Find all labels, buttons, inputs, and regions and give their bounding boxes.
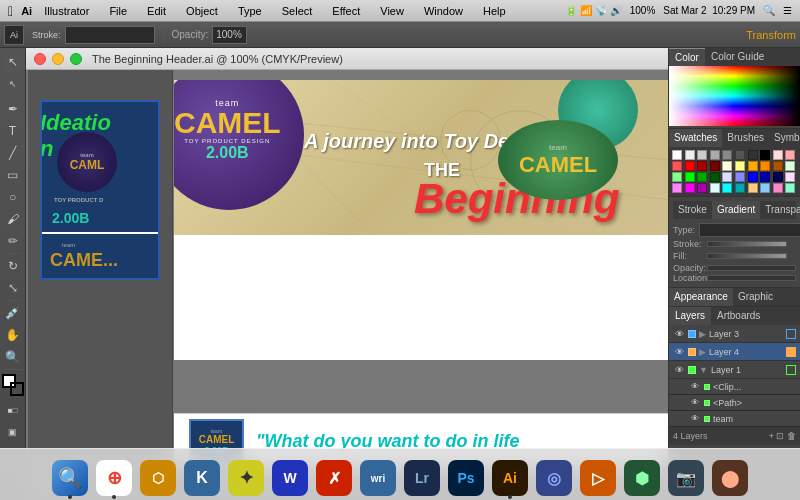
swatch-item[interactable] xyxy=(722,161,732,171)
opacity-input[interactable] xyxy=(212,26,247,44)
swatch-item[interactable] xyxy=(685,150,695,160)
dock-item-5[interactable]: ✦ xyxy=(226,456,266,496)
tab-color[interactable]: Color xyxy=(669,48,705,66)
menu-file[interactable]: File xyxy=(105,3,131,19)
tab-layers[interactable]: Layers xyxy=(669,307,711,325)
eyedropper-tool[interactable]: 💉 xyxy=(3,303,23,323)
notification-icon[interactable]: ☰ xyxy=(783,5,792,16)
layer-1-expand[interactable]: ▼ xyxy=(699,365,708,375)
swatch-item[interactable] xyxy=(735,183,745,193)
swatch-item[interactable] xyxy=(785,183,795,193)
zoom-tool[interactable]: 🔍 xyxy=(3,347,23,367)
swatch-item[interactable] xyxy=(722,172,732,182)
dock-item-14[interactable]: ⬢ xyxy=(622,456,662,496)
layer-3-eye[interactable]: 👁 xyxy=(673,328,685,340)
layer-4-eye[interactable]: 👁 xyxy=(673,346,685,358)
swatch-item[interactable] xyxy=(773,150,783,160)
swatch-item[interactable] xyxy=(760,183,770,193)
type-tool[interactable]: T xyxy=(3,121,23,141)
apple-menu[interactable]:  xyxy=(8,3,13,19)
minimize-button[interactable] xyxy=(52,53,64,65)
tool-selector-btn[interactable]: Ai xyxy=(4,25,24,45)
swatch-item[interactable] xyxy=(697,183,707,193)
swatch-item[interactable] xyxy=(735,172,745,182)
select-tool[interactable]: ↖ xyxy=(3,52,23,72)
swatch-item[interactable] xyxy=(735,150,745,160)
sublayer-clip-eye[interactable]: 👁 xyxy=(689,381,701,393)
dock-chrome[interactable]: ⊕ xyxy=(94,456,134,496)
type-input[interactable] xyxy=(699,223,800,237)
layer-1-eye[interactable]: 👁 xyxy=(673,364,685,376)
dock-item-12[interactable]: ◎ xyxy=(534,456,574,496)
tab-stroke[interactable]: Stroke xyxy=(673,201,712,219)
menu-type[interactable]: Type xyxy=(234,3,266,19)
swatch-item[interactable] xyxy=(760,161,770,171)
tab-brushes[interactable]: Brushes xyxy=(722,129,769,147)
dock-item-15[interactable]: 📷 xyxy=(666,456,706,496)
menu-select[interactable]: Select xyxy=(278,3,317,19)
dock-kindle[interactable]: K xyxy=(182,456,222,496)
swatch-item[interactable] xyxy=(760,172,770,182)
close-button[interactable] xyxy=(34,53,46,65)
tab-graphic-styles[interactable]: Graphic Styles xyxy=(733,288,800,306)
sublayer-path[interactable]: 👁 <Path> xyxy=(669,395,800,411)
menu-edit[interactable]: Edit xyxy=(143,3,170,19)
sublayer-team-eye[interactable]: 👁 xyxy=(689,413,701,425)
swatch-item[interactable] xyxy=(748,161,758,171)
maximize-button[interactable] xyxy=(70,53,82,65)
swatch-item[interactable] xyxy=(672,183,682,193)
tab-gradient[interactable]: Gradient xyxy=(712,201,760,219)
fill-bar[interactable] xyxy=(707,253,787,259)
swatch-item[interactable] xyxy=(735,161,745,171)
location-slider[interactable] xyxy=(707,275,796,281)
layer-row-3[interactable]: 👁 ▶ Layer 3 xyxy=(669,325,800,343)
swatch-item[interactable] xyxy=(773,172,783,182)
swatch-item[interactable] xyxy=(748,150,758,160)
sublayer-path-eye[interactable]: 👁 xyxy=(689,397,701,409)
screen-mode-icon[interactable]: ▣ xyxy=(3,422,23,442)
swatch-item[interactable] xyxy=(722,150,732,160)
tab-color-guide[interactable]: Color Guide xyxy=(705,48,770,66)
tab-artboards[interactable]: Artboards xyxy=(711,307,766,325)
swatch-item[interactable] xyxy=(773,183,783,193)
layer-row-4[interactable]: 👁 ▶ Layer 4 xyxy=(669,343,800,361)
swatch-item[interactable] xyxy=(685,183,695,193)
tab-appearance[interactable]: Appearance xyxy=(669,288,733,306)
swatch-item[interactable] xyxy=(785,150,795,160)
color-mode-icon[interactable]: ■□ xyxy=(3,400,23,420)
dock-item-3[interactable]: ⬡ xyxy=(138,456,178,496)
hand-tool[interactable]: ✋ xyxy=(3,325,23,345)
canvas-area[interactable]: The Beginning Header.ai @ 100% (CMYK/Pre… xyxy=(26,48,668,500)
menu-window[interactable]: Window xyxy=(420,3,467,19)
sublayer-clip[interactable]: 👁 <Clip... xyxy=(669,379,800,395)
dock-photoshop[interactable]: Ps xyxy=(446,456,486,496)
menu-effect[interactable]: Effect xyxy=(328,3,364,19)
menu-object[interactable]: Object xyxy=(182,3,222,19)
swatch-item[interactable] xyxy=(748,172,758,182)
swatch-item[interactable] xyxy=(760,150,770,160)
swatch-item[interactable] xyxy=(710,172,720,182)
transform-btn[interactable]: Transform xyxy=(746,29,796,41)
dock-finder[interactable]: 🔍 xyxy=(50,456,90,496)
tab-swatches[interactable]: Swatches xyxy=(669,129,722,147)
tab-symbols[interactable]: Symbols xyxy=(769,129,800,147)
swatch-item[interactable] xyxy=(785,172,795,182)
layer-4-expand[interactable]: ▶ xyxy=(699,347,706,357)
fill-stroke-selector[interactable] xyxy=(2,374,24,396)
stroke-field[interactable] xyxy=(65,26,155,44)
opacity-slider[interactable] xyxy=(707,265,796,271)
swatch-item[interactable] xyxy=(773,161,783,171)
rect-tool[interactable]: ▭ xyxy=(3,165,23,185)
dock-lightroom[interactable]: Lr xyxy=(402,456,442,496)
layer-3-expand[interactable]: ▶ xyxy=(699,329,706,339)
color-spectrum[interactable] xyxy=(669,66,800,126)
canvas-content[interactable]: Ideation team CAML TOY PRODUCT D 2.00B t… xyxy=(26,70,668,468)
swatch-item[interactable] xyxy=(672,172,682,182)
layer-row-1[interactable]: 👁 ▼ Layer 1 xyxy=(669,361,800,379)
swatch-item[interactable] xyxy=(697,150,707,160)
artboard-thumbnail[interactable]: Ideation team CAML TOY PRODUCT D 2.00B t… xyxy=(40,100,160,280)
swatch-item[interactable] xyxy=(672,161,682,171)
swatch-item[interactable] xyxy=(672,150,682,160)
ellipse-tool[interactable]: ○ xyxy=(3,187,23,207)
swatch-item[interactable] xyxy=(697,172,707,182)
